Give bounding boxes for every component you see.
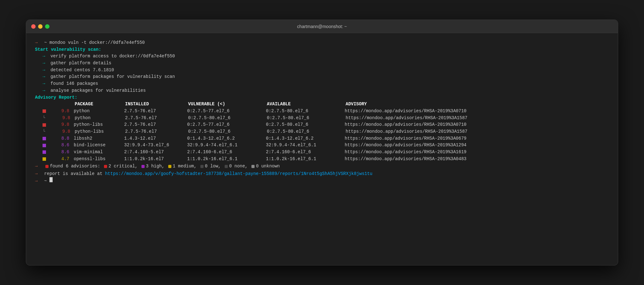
minimize-button[interactable]: [38, 24, 43, 29]
low-count-dot: [200, 165, 204, 168]
severity-icon: [43, 137, 46, 140]
medium-count-dot: [168, 165, 171, 168]
none-count-dot: [225, 165, 228, 168]
step-6: → analyse packages for vulnerabilities: [35, 87, 609, 94]
critical-count-dot: [104, 165, 107, 168]
table-row: 8.6 bind-license 32:9.9.4-73.el7_6 32:9.…: [35, 142, 609, 149]
final-prompt: → ~: [35, 177, 609, 185]
table-row: └ 9.8 python-libs 2.7.5-76.el7 0:2.7.5-8…: [35, 128, 609, 135]
step-5: → found 146 packages: [35, 80, 609, 87]
window-title: chartmann@moonshot: ~: [297, 24, 347, 29]
severity-icon: [43, 109, 46, 113]
terminal-window: chartmann@moonshot: ~ → ~ mondoo vuln -t…: [26, 20, 618, 265]
severity-icon: [43, 144, 46, 147]
terminal-body[interactable]: → ~ mondoo vuln -t docker://0dfa7e4ef550…: [26, 33, 618, 191]
unknown-count-dot: [251, 165, 255, 168]
summary-line: → found 6 advisories: 2 critical, 3 high…: [35, 162, 609, 170]
scan-header: Start vulnerability scan:: [35, 46, 609, 53]
table-row: └ 9.8 python 2.7.5-76.el7 0:2.7.5-80.el7…: [35, 115, 609, 122]
severity-icon: [43, 123, 46, 127]
severity-icon: [43, 157, 46, 161]
step-3: → detected centos 7.6.1810: [35, 67, 609, 74]
high-count-dot: [141, 165, 145, 168]
command-line: → ~ mondoo vuln -t docker://0dfa7e4ef550: [35, 39, 609, 46]
maximize-button[interactable]: [45, 24, 49, 29]
cursor: [49, 177, 53, 182]
close-button[interactable]: [31, 24, 36, 29]
step-2: → gather platform details: [35, 60, 609, 67]
titlebar: chartmann@moonshot: ~: [26, 20, 618, 33]
table-row: 4.7 openssl-libs 1:1.0.2k-16.el7 1:1.0.2…: [35, 156, 609, 163]
prompt-arrow: →: [35, 39, 37, 46]
critical-dot: [45, 165, 49, 168]
table-row: 9.8 python 2.7.5-76.el7 0:2.7.5-77.el7_6…: [35, 108, 609, 115]
table-row: 8.6 vim-minimal 2:7.4.160-5.el7 2:7.4.16…: [35, 149, 609, 156]
advisory-header: Advisory Report:: [35, 94, 609, 101]
report-line: → report is available at https://mondoo.…: [35, 171, 609, 177]
table-row: 9.8 python-libs 2.7.5-76.el7 0:2.7.5-77.…: [35, 121, 609, 128]
severity-icon: [43, 150, 46, 154]
traffic-lights: [31, 24, 49, 29]
step-4: → gather platform packages for vulnerabi…: [35, 73, 609, 80]
table-row: 8.8 libssh2 1.4.3-12.el7 0:1.4.3-12.el7_…: [35, 135, 609, 142]
table-header: PACKAGE INSTALLED VULNERABLE (<) AVAILAB…: [35, 101, 609, 108]
step-1: → verify platform access to docker://0df…: [35, 53, 609, 60]
